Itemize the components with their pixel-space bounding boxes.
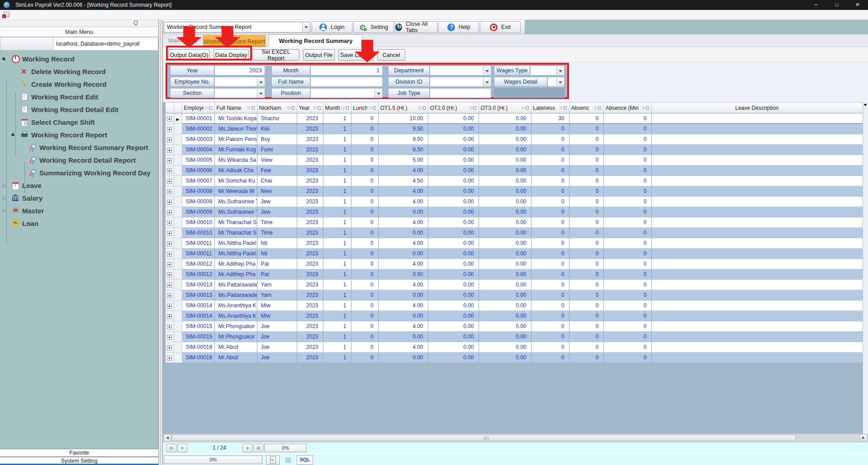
tree-item-leave[interactable]: ▷Leave — [0, 179, 158, 192]
grid-row[interactable]: +SIM-00015Mr.PhongsakorJoe2023104.000.00… — [166, 321, 863, 332]
filter-funnel-icon[interactable]: ▽ — [205, 106, 208, 110]
row-expand-button[interactable]: + — [167, 262, 172, 267]
grid-vertical-scrollbar[interactable] — [863, 102, 868, 434]
tree-collapsed-icon[interactable]: ▷ — [3, 196, 6, 201]
pin-column-icon[interactable] — [318, 106, 321, 110]
column-header-ot3-0-hr[interactable]: OT3.0 (Hr.)▽ — [479, 103, 531, 113]
scroll-left-icon[interactable]: ◀ — [164, 434, 171, 442]
chevron-down-icon[interactable] — [257, 89, 264, 97]
employee-no-field[interactable] — [214, 77, 265, 87]
column-header-lateness[interactable]: Lateness▽ — [531, 103, 569, 113]
row-expand-button[interactable]: + — [167, 137, 172, 142]
row-expand-button[interactable]: + — [167, 241, 172, 246]
exit-button[interactable]: Exit — [480, 21, 521, 33]
column-header-full-name[interactable]: Full Name▽ — [214, 103, 257, 113]
grid-row[interactable]: +SIM-00011Ms.Nittha PaoklNit2023100.000.… — [166, 249, 863, 259]
row-expand-button[interactable]: + — [167, 179, 172, 184]
close-all-tabs-button[interactable]: Close All Tabs — [395, 21, 437, 33]
pin-column-icon[interactable] — [252, 106, 255, 110]
row-expand-button[interactable]: + — [167, 335, 172, 340]
row-expand-button[interactable]: + — [167, 221, 172, 225]
pin-column-icon[interactable] — [423, 106, 426, 110]
grid-row[interactable]: +SIM-00008Mr.Weerada WNew2023104.000.000… — [166, 186, 863, 197]
row-expand-button[interactable]: + — [167, 189, 172, 194]
department-field[interactable] — [430, 66, 491, 75]
chevron-down-icon[interactable] — [483, 78, 490, 86]
grid-row[interactable]: +SIM-00003Mr.Pakorn PensBoy2023109.500.0… — [166, 134, 863, 145]
row-expand-button[interactable]: + — [167, 200, 172, 205]
tree-item-working-record-detail-edit[interactable]: Working Record Detail Edit — [0, 103, 158, 116]
pin-column-icon[interactable] — [346, 106, 349, 110]
grid-row[interactable]: +SIM-00015Mr.PhongsakorJoe2023100.000.00… — [166, 332, 863, 342]
tree-item-working-record[interactable]: ▶Working Record — [0, 52, 158, 65]
grid-row[interactable]: +▶SIM-00001Mr.Toshiki KogaShacho20231010… — [166, 113, 863, 124]
prev-page-button[interactable]: < — [177, 444, 187, 452]
favorite-bar[interactable]: Favorite — [0, 449, 158, 457]
filter-funnel-icon[interactable]: ▽ — [594, 106, 597, 110]
chevron-down-icon[interactable] — [257, 78, 264, 86]
pin-column-icon[interactable] — [373, 106, 376, 110]
pin-column-icon[interactable] — [598, 106, 601, 110]
row-expand-button[interactable]: + — [167, 231, 172, 236]
row-expand-button[interactable]: + — [167, 117, 172, 122]
first-page-button[interactable]: |< — [166, 444, 176, 452]
row-expand-button[interactable]: + — [167, 314, 172, 319]
chevron-down-icon[interactable] — [556, 78, 564, 86]
tree-item-create-working-record[interactable]: Create Working Record — [0, 78, 158, 90]
filter-funnel-icon[interactable]: ▽ — [560, 106, 563, 110]
row-expand-button[interactable]: + — [167, 283, 172, 288]
grid-row[interactable]: +SIM-00002Ms.Jaiwun ThonKiki2023109.500.… — [166, 124, 863, 134]
column-chooser-icon[interactable] — [863, 104, 867, 108]
pin-column-icon[interactable] — [292, 106, 294, 110]
pin-column-icon[interactable] — [564, 106, 567, 110]
last-page-button[interactable]: >| — [253, 444, 263, 452]
column-header-year[interactable]: Year▽ — [297, 103, 323, 113]
form-layout-icon[interactable] — [4, 12, 9, 17]
cancel-button[interactable]: Cancel — [377, 49, 405, 61]
column-header-lunch[interactable]: Lunch▽ — [351, 103, 378, 113]
pin-icon[interactable] — [134, 21, 138, 24]
filter-funnel-icon[interactable]: ▽ — [369, 106, 372, 110]
tab-working-record-summary-report[interactable]: Working Record Summary Report — [269, 34, 363, 47]
chevron-down-icon[interactable] — [556, 66, 564, 75]
column-header-ot2-0-hr[interactable]: OT2.0 (Hr.)▽ — [428, 103, 479, 113]
tree-item-master[interactable]: ▷Master — [0, 204, 158, 217]
column-header-absence-min[interactable]: Absence (Min▽ — [603, 103, 651, 113]
row-expand-button[interactable]: + — [167, 272, 172, 277]
chevron-down-icon[interactable] — [483, 66, 490, 75]
grid-row[interactable]: +SIM-00013Ms.PattarawadeYam2023104.000.0… — [166, 280, 863, 290]
tree-item-loan[interactable]: Loan — [0, 217, 158, 230]
chevron-down-icon[interactable] — [302, 23, 309, 32]
pin-column-icon[interactable] — [474, 106, 476, 110]
row-expand-button[interactable]: + — [167, 127, 172, 132]
grid-horizontal-scrollbar[interactable]: ◀ ▶ — [163, 434, 868, 442]
filter-funnel-icon[interactable]: ▽ — [642, 106, 645, 110]
row-expand-button[interactable]: + — [167, 345, 172, 350]
scroll-right-icon[interactable]: ▶ — [860, 434, 867, 442]
pin-column-icon[interactable] — [209, 106, 212, 110]
row-expand-button[interactable]: + — [167, 252, 172, 257]
grid-row[interactable]: +SIM-00009Ms.Suthasinee TJew2023100.000.… — [166, 207, 863, 217]
tree-item-working-record-report[interactable]: ▶Working Record Report — [0, 128, 158, 141]
chevron-down-icon[interactable] — [375, 89, 382, 97]
scrollbar-thumb[interactable] — [172, 435, 796, 441]
filter-funnel-icon[interactable]: ▽ — [247, 106, 251, 110]
grid-row[interactable]: +SIM-00004Mr.Fumiaki KogFumi2023108.500.… — [166, 145, 863, 155]
position-field[interactable] — [310, 88, 383, 98]
grid-row[interactable]: +SIM-00013Ms.PattarawadeYam2023100.000.0… — [166, 290, 863, 301]
row-expand-button[interactable]: + — [167, 210, 172, 215]
help-button[interactable]: Help — [438, 21, 479, 33]
tree-item-working-record-summary-report[interactable]: Working Record Summary Report — [0, 141, 158, 154]
grid-row[interactable]: +SIM-00009Ms.Suthasinee TJew2023104.000.… — [166, 197, 863, 207]
grid-row[interactable]: +SIM-00011Ms.Nittha PaoklNit2023104.000.… — [166, 238, 863, 249]
close-button[interactable]: × — [847, 0, 868, 10]
login-button[interactable]: Login — [312, 21, 352, 33]
grid-row[interactable]: +SIM-00016Mr.AbcdJoe2023104.000.000.0000… — [166, 342, 863, 352]
next-page-button[interactable]: > — [242, 444, 252, 452]
filter-funnel-icon[interactable]: ▽ — [287, 106, 290, 110]
grid-row[interactable]: +SIM-00010Mr.Thanachat STime2023104.000.… — [166, 217, 863, 228]
wages-detail-field[interactable] — [547, 77, 564, 87]
filter-funnel-icon[interactable]: ▽ — [522, 106, 525, 110]
grid-row[interactable]: +SIM-00014Ms.Ananthiya KMiw2023100.000.0… — [166, 311, 863, 321]
refresh-data-button[interactable]: ↻ — [266, 455, 280, 465]
